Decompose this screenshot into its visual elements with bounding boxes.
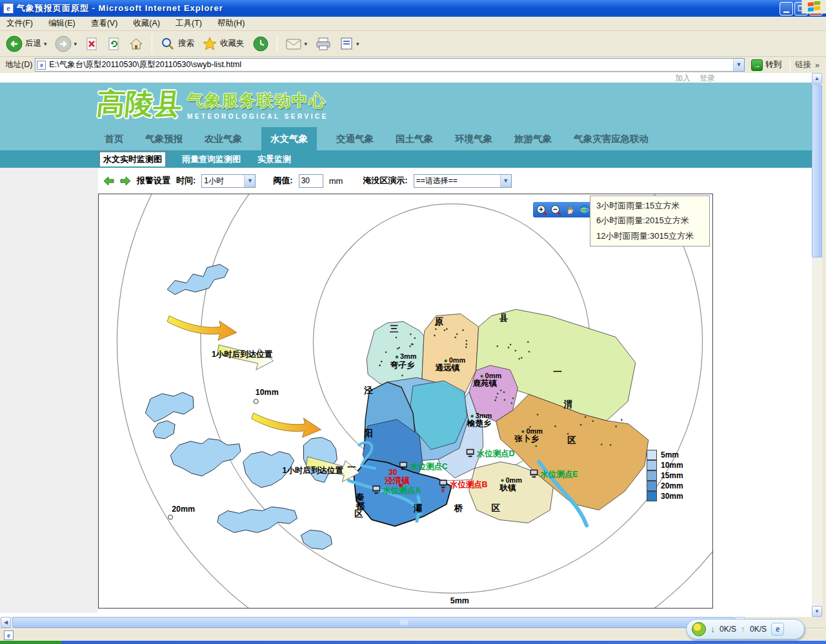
terrain-dot xyxy=(511,402,513,404)
legend-swatch xyxy=(647,460,657,470)
menu-item[interactable]: 编辑(E) xyxy=(48,18,76,29)
terrain-dot xyxy=(466,343,468,345)
station-dot-icon xyxy=(445,359,447,362)
terrain-dot xyxy=(508,347,510,348)
safety-ball-icon[interactable] xyxy=(692,622,706,636)
address-separator xyxy=(790,59,791,71)
water-station-screen xyxy=(374,487,379,490)
district-name: 张卜乡 xyxy=(514,434,539,443)
vertical-scrollbar[interactable]: ▲ ▼ xyxy=(812,73,822,617)
menu-item[interactable]: 文件(F) xyxy=(6,18,33,29)
water-station-label: 水位测点D xyxy=(476,449,515,458)
map-canvas: 三原县泾阳渭区一一秦都区灞桥区10mm20mm5mm1小时后到达位置1小时后到达… xyxy=(99,194,712,608)
hydrology-map: 三原县泾阳渭区一一秦都区灞桥区10mm20mm5mm1小时后到达位置1小时后到达… xyxy=(98,194,713,609)
vertical-scroll-thumb[interactable] xyxy=(812,85,822,257)
nav-tab[interactable]: 气象灾害应急联动 xyxy=(571,127,651,150)
flood-demo-label: 淹没区演示: xyxy=(363,175,407,186)
scroll-up-icon[interactable]: ▲ xyxy=(812,73,822,84)
taskbar[interactable] xyxy=(0,641,826,644)
flood-select-value: ==请选择== xyxy=(414,176,500,186)
nav-tab[interactable]: 国土气象 xyxy=(393,127,436,150)
home-button[interactable] xyxy=(126,35,146,53)
network-speed-widget[interactable]: ↓ 0K/S ↑ 0K/S e xyxy=(686,619,805,639)
stop-button[interactable] xyxy=(83,35,101,53)
flood-demo-select[interactable]: ==请选择== ▼ xyxy=(414,174,512,188)
print-button[interactable] xyxy=(313,35,334,53)
back-button[interactable]: 后退 ▾ xyxy=(4,34,49,54)
go-button[interactable]: → 转到 xyxy=(747,59,785,71)
menu-item[interactable]: 查看(V) xyxy=(91,18,118,29)
terrain-dot xyxy=(496,397,498,399)
mail-dropdown-icon[interactable]: ▾ xyxy=(305,41,308,47)
forward-dropdown-icon[interactable]: ▾ xyxy=(74,41,77,47)
links-menu[interactable]: 链接 » xyxy=(795,59,823,70)
login-link[interactable]: 登录 xyxy=(700,73,715,83)
ie-launcher-icon[interactable]: e xyxy=(771,623,784,636)
nav-tab[interactable]: 农业气象 xyxy=(202,127,245,150)
pan-hand-icon[interactable] xyxy=(565,205,576,216)
history-button[interactable] xyxy=(250,34,271,54)
water-station-screen xyxy=(440,481,446,484)
horizontal-scroll-thumb[interactable] xyxy=(12,617,734,628)
search-button[interactable]: 搜索 xyxy=(158,35,196,53)
main-nav: 首页气象预报农业气象水文气象交通气象国土气象环境气象旅游气象气象灾害应急联动 xyxy=(0,127,812,150)
join-link[interactable]: 加入 xyxy=(675,73,690,83)
legend-swatch xyxy=(647,450,657,460)
next-arrow-button[interactable] xyxy=(120,176,131,186)
scroll-down-icon[interactable]: ▼ xyxy=(812,606,822,617)
terrain-dot xyxy=(527,341,529,343)
water-station-base xyxy=(374,492,378,494)
zoom-out-icon[interactable] xyxy=(550,205,561,216)
menu-item[interactable]: 帮助(H) xyxy=(217,18,245,29)
legend-row: 10mm xyxy=(647,460,683,470)
nav-tab[interactable]: 首页 xyxy=(102,127,126,150)
address-input[interactable] xyxy=(49,59,733,70)
top-links: 加入 登录 xyxy=(0,73,812,83)
sub-nav: 水文实时监测图雨量查询监测图实景监测 xyxy=(0,150,812,168)
minimize-button[interactable]: ▁ xyxy=(780,2,793,15)
subnav-tab[interactable]: 雨量查询监测图 xyxy=(182,154,241,165)
globe-icon[interactable] xyxy=(579,205,590,216)
edit-dropdown-icon[interactable]: ▾ xyxy=(356,41,359,47)
upload-speed: 0K/S xyxy=(750,625,767,634)
status-page-icon: e xyxy=(4,630,14,640)
mail-button[interactable]: ▾ xyxy=(283,35,310,52)
geo-label: 灞 xyxy=(413,503,422,513)
terrain-dot xyxy=(414,337,416,339)
logo-title: 气象服务联动中心 xyxy=(187,90,328,111)
geo-label: 一 xyxy=(553,367,561,377)
favorites-button[interactable]: 收藏夹 xyxy=(200,35,247,53)
scroll-left-icon[interactable]: ◀ xyxy=(1,617,11,628)
go-arrow-icon: → xyxy=(751,59,763,71)
district-name: 榆楚乡 xyxy=(467,419,492,428)
menu-item[interactable]: 收藏(A) xyxy=(133,18,160,29)
subnav-tab[interactable]: 实景监测 xyxy=(257,154,291,165)
nav-tab[interactable]: 环境气象 xyxy=(452,127,495,150)
subnav-tab[interactable]: 水文实时监测图 xyxy=(100,152,165,166)
prev-arrow-button[interactable] xyxy=(103,176,114,186)
address-dropdown-icon[interactable]: ▼ xyxy=(733,59,744,71)
back-dropdown-icon[interactable]: ▾ xyxy=(44,41,47,47)
nav-tab[interactable]: 旅游气象 xyxy=(512,127,554,150)
menu-item[interactable]: 工具(T) xyxy=(176,18,202,29)
time-select-arrow-icon: ▼ xyxy=(244,175,255,187)
geo-label: 三 xyxy=(390,324,398,334)
forward-button[interactable]: ▾ xyxy=(53,34,79,54)
horizontal-scrollbar[interactable]: ◀ ▶ xyxy=(0,617,747,629)
station-dot-icon xyxy=(396,356,398,358)
refresh-button[interactable] xyxy=(105,35,123,53)
zoom-in-icon[interactable] xyxy=(536,205,547,216)
nav-tab[interactable]: 气象预报 xyxy=(143,127,185,150)
edit-button[interactable]: ▾ xyxy=(337,35,361,53)
back-icon xyxy=(6,35,23,52)
terrain-dot xyxy=(585,416,587,418)
page-content: 加入 登录 高陵县 气象服务联动中心 METEOROLOGICAL SERVIC… xyxy=(0,73,812,617)
browser-toolbar: 后退 ▾ ▾ 搜索 收藏夹 ▾ xyxy=(0,31,826,57)
terrain-dot xyxy=(454,337,456,339)
ring-label: 20mm xyxy=(172,505,195,514)
window-title: 气象预报页面原型 - Microsoft Internet Explorer xyxy=(17,3,780,14)
nav-tab[interactable]: 交通气象 xyxy=(334,127,376,150)
threshold-input[interactable] xyxy=(299,174,323,188)
time-select[interactable]: 1小时 ▼ xyxy=(201,174,256,188)
nav-tab[interactable]: 水文气象 xyxy=(261,127,317,150)
